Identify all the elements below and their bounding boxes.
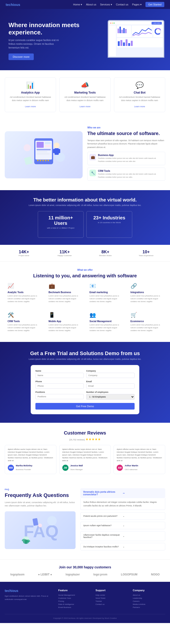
marketing-icon: 📣 <box>63 81 107 89</box>
faq-item-1[interactable]: Ipsum nullam eget habitasse? ⌄ <box>80 522 165 529</box>
name-input[interactable] <box>35 373 84 378</box>
footer-company-title: Company <box>133 589 165 592</box>
sub-item-title: Business App <box>98 154 163 156</box>
counter-projects: 14K+ Project done <box>5 250 43 256</box>
minus-icon: − <box>123 491 162 495</box>
footer-col-feature: Feature Social Management Customer Care … <box>58 589 91 609</box>
stats-label: in 19 countries in the World <box>90 222 128 224</box>
faq-item-3[interactable]: Dui tristique inceptos faucibus mollis? … <box>80 543 165 550</box>
counter-value: 14K+ <box>5 250 43 254</box>
footer-link[interactable]: Help center <box>95 594 128 596</box>
footer-link[interactable]: Email Business <box>58 606 91 608</box>
company-input[interactable] <box>86 373 135 378</box>
nav-pages[interactable]: Pages ▾ <box>132 3 141 6</box>
svg-rect-7 <box>45 145 51 147</box>
counter-label: Member Active <box>86 254 125 256</box>
footer-feature-title: Feature <box>58 589 91 592</box>
service-title: Bechmark Business <box>49 291 81 294</box>
chevron-down-icon: ⌄ <box>123 515 162 517</box>
footer-link[interactable]: Pricing <box>58 600 91 602</box>
footer-link[interactable]: About us <box>133 594 165 596</box>
footer-link[interactable]: Data & Intelligence <box>58 603 91 605</box>
reviews-title: Customer Reviews <box>5 430 165 436</box>
email-input[interactable] <box>86 384 135 388</box>
feature-learn-link[interactable]: Learn more <box>134 105 145 108</box>
nav-links: Home ▾ About us Services ▾ Contact us Pa… <box>73 2 164 7</box>
counter-customers: 11K+ Happy Customer <box>46 250 84 256</box>
nav-contact[interactable]: Contact us <box>116 3 128 6</box>
services-label: What we offer <box>5 269 165 271</box>
svg-rect-6 <box>45 142 51 144</box>
footer-logo: techious <box>5 589 54 593</box>
trial-section: Get a Free Trial and Solutions Demo from… <box>0 342 170 423</box>
chevron-down-icon: ⌄ <box>123 524 162 527</box>
feature-card-chatbot: 💬 Chat Bot Ad condimentum tincidunt laor… <box>114 77 165 112</box>
footer-col-brand: techious Eget vestibulum dictum rutrum l… <box>5 589 54 609</box>
svg-point-20 <box>47 516 57 526</box>
hero-laptop-mockup: 1.000.000+ <box>108 20 164 58</box>
faq-question: Potenti iaculis primis orci parturient? <box>83 515 123 517</box>
nav-services[interactable]: Services ▾ <box>100 3 112 6</box>
hero-cta-button[interactable]: Discover more <box>9 54 34 60</box>
feature-learn-link[interactable]: Learn more <box>25 105 36 108</box>
footer-link[interactable]: Customer Care <box>58 597 91 599</box>
client-logo-2: logoplazer <box>66 573 80 576</box>
trial-title: Get a Free Trial and Solutions Demo from… <box>5 350 165 356</box>
footer-link[interactable]: Media & Article <box>133 603 165 605</box>
features-section: 📊 Analytics App Ad condimentum tincidunt… <box>0 70 170 119</box>
employees-label: Number of employees <box>86 391 135 393</box>
faq-label: FAQ <box>5 488 76 490</box>
service-icon: 🛠️ <box>8 312 40 318</box>
faq-item-0[interactable]: Potenti iaculis primis orci parturient? … <box>80 512 165 520</box>
services-section: What we offer Listening to you, and answ… <box>0 262 170 342</box>
who-sub-item-crm: 🔧 CRM Tools Facilisis condias tortor pur… <box>87 168 165 181</box>
sub-item-description: Facilisis condias tortor purus non ac od… <box>98 157 163 163</box>
hero-image: 1.000.000+ <box>86 20 164 62</box>
chevron-down-icon: ⌄ <box>123 535 162 537</box>
phone-input[interactable] <box>35 384 84 388</box>
footer-link[interactable]: Partners <box>133 606 165 608</box>
crm-icon: 🔧 <box>89 170 96 176</box>
footer-link[interactable]: Careers <box>133 600 165 602</box>
nav-about[interactable]: About us <box>86 3 96 6</box>
reviewer-info: AM Arthur Martin CEO salesman <box>117 464 162 471</box>
form-submit-button[interactable]: Get Free Demo <box>35 403 135 410</box>
service-title: Email marketing <box>89 291 122 294</box>
reviews-count: (25,702 reviews) <box>69 438 85 441</box>
footer-tagline: Eget vestibulum dictum rutrum labore nib… <box>5 594 54 601</box>
service-card-social: 👥 Social Management Lorem amet mus phase… <box>87 309 124 335</box>
nav-cta-button[interactable]: Get Started <box>145 2 164 7</box>
positions-input[interactable] <box>35 394 84 399</box>
svg-point-15 <box>54 142 60 148</box>
services-title: Listening to you, and answering with sof… <box>5 273 165 279</box>
stats-value: 11 million+ Users <box>42 215 80 226</box>
sub-item-description: Facilisis condias tortor purus non ac od… <box>98 173 163 179</box>
feature-learn-link[interactable]: Learn more <box>80 105 90 108</box>
faq-open-question[interactable]: Venenatis duis porta ultrices consectetu… <box>80 488 165 498</box>
stats-label: with a total of 1.1 Billion+ Project <box>42 227 80 229</box>
footer-link[interactable]: Tutorial <box>95 600 128 602</box>
service-icon: 📱 <box>49 312 81 318</box>
svg-rect-9 <box>37 151 47 152</box>
svg-rect-5 <box>37 142 44 148</box>
mock-sidebar <box>109 26 116 56</box>
reviews-meta: (25,702 reviews) ★★★★★ <box>5 437 165 441</box>
nav-logo[interactable]: techious <box>6 2 20 6</box>
feature-title: Chat Bot <box>118 91 162 94</box>
faq-section: FAQ Frequently Ask Questions Lorem ipsum… <box>0 481 170 560</box>
service-icon: 👥 <box>89 312 122 318</box>
employees-select[interactable]: 1 - 50 Employees 51 - 200 Employees 200+… <box>86 394 135 400</box>
nav-home[interactable]: Home ▾ <box>73 3 82 6</box>
faq-item-2[interactable]: Ullamcorper facilisi dapibus consequat f… <box>80 531 165 541</box>
service-description: Lorem amet mus phasellus purus a rutrum … <box>131 294 163 303</box>
chatbot-icon: 💬 <box>118 81 162 89</box>
footer-copyright: Copyright © 2022 techious. All rights re… <box>5 614 165 619</box>
counter-label: Years Experience <box>127 254 165 256</box>
footer-link[interactable]: Send Ticket <box>95 597 128 599</box>
footer-link[interactable]: Contact us <box>95 603 128 605</box>
feature-title: Analytics App <box>8 91 52 94</box>
avatar-initials: JW <box>62 465 68 471</box>
footer-link[interactable]: Social Management <box>58 594 91 596</box>
footer-link[interactable]: Leadership <box>133 597 165 599</box>
chevron-down-icon: ⌄ <box>123 546 162 548</box>
